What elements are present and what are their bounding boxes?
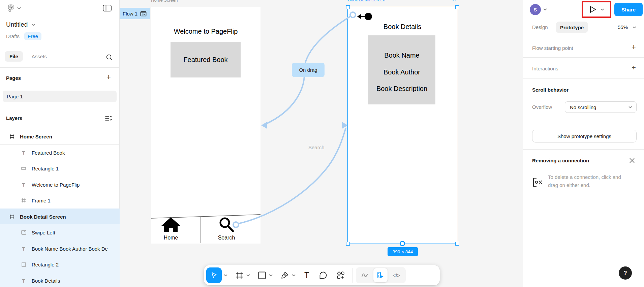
code-icon[interactable]: </> [451, 0, 457, 2]
left-sidebar: Untitled Drafts Free File Assets Pages +… [0, 0, 120, 287]
layer-row[interactable]: T Welcome to PageFlip [0, 177, 120, 193]
frame-icon [236, 272, 243, 279]
move-tool-button[interactable] [206, 267, 222, 283]
delete-connection-icon [532, 177, 543, 188]
book-info-box[interactable]: Book Name Book Author Book Description [368, 35, 435, 104]
selection-bottom-handle[interactable] [400, 241, 405, 246]
chevron-down-icon[interactable] [17, 7, 21, 9]
close-icon[interactable] [629, 158, 635, 163]
connection-trigger-badge[interactable]: On drag [292, 63, 325, 77]
pen-tool-button[interactable] [281, 271, 289, 279]
toolbar: T [204, 265, 440, 285]
tab-design[interactable]: Design [532, 24, 548, 30]
pen-icon [281, 271, 289, 279]
layer-row[interactable]: Home Screen [0, 128, 120, 145]
selection-handle[interactable] [346, 242, 350, 246]
selection-handle[interactable] [455, 5, 459, 9]
layer-label: Swipe Left [32, 230, 55, 235]
dev-mode-button[interactable]: </> [390, 273, 403, 278]
frame-icon [8, 214, 15, 219]
add-page-button[interactable]: + [106, 73, 111, 81]
frame-tool-button[interactable] [236, 272, 243, 279]
search-icon[interactable] [106, 54, 113, 61]
tab-prototype[interactable]: Prototype [556, 22, 588, 33]
chevron-down-icon[interactable] [543, 8, 547, 11]
swipe-left-icon [357, 11, 373, 22]
scribble-icon [361, 272, 369, 278]
image-icon [20, 230, 27, 235]
tab-file[interactable]: File [5, 51, 23, 62]
add-interaction-button[interactable]: + [632, 64, 636, 71]
layer-row[interactable]: Frame 1 [0, 192, 120, 209]
figma-app: Home Screen Book Detail Screen </> Welco… [0, 0, 644, 287]
chevron-down-icon[interactable] [292, 274, 296, 277]
interactions-label: Interactions [532, 66, 558, 71]
layers-header: Layers [6, 115, 22, 121]
home-frame-label[interactable]: Home Screen [151, 0, 178, 3]
layer-label: Book Details [32, 278, 60, 284]
detail-frame-label-row[interactable]: Book Detail Screen </> [348, 0, 457, 2]
show-prototype-settings-button[interactable]: Show prototype settings [532, 130, 637, 142]
selection-handle[interactable] [455, 242, 459, 246]
featured-book-box[interactable]: Featured Book [171, 42, 241, 77]
chevron-down-icon[interactable] [246, 274, 250, 277]
layer-row[interactable]: Swipe Left [0, 224, 120, 241]
chevron-down-icon[interactable] [633, 26, 636, 29]
layer-label: Book Detail Screen [20, 214, 66, 220]
frame-icon [20, 198, 27, 203]
layers-options-icon[interactable] [105, 116, 112, 121]
flow-badge[interactable]: Flow 1 [120, 8, 150, 19]
draw-mode-button[interactable] [359, 272, 371, 278]
home-screen-frame[interactable]: Welcome to PageFlip Featured Book [151, 7, 260, 244]
mode-toggle-group: </> [356, 267, 406, 283]
share-button[interactable]: Share [614, 3, 643, 16]
text-icon: T [20, 182, 27, 188]
canvas[interactable]: Home Screen Book Detail Screen </> Welco… [120, 0, 523, 287]
page-item[interactable]: Page 1 [3, 91, 117, 102]
chevron-down-icon[interactable] [224, 274, 227, 277]
text-icon: T [20, 150, 27, 156]
selection-handle[interactable] [346, 5, 350, 9]
layer-row[interactable]: T Featured Book [0, 145, 120, 161]
nav-home-label: Home [164, 235, 178, 241]
flow-play-icon [140, 11, 147, 17]
help-button[interactable]: ? [619, 266, 632, 280]
chevron-down-icon[interactable] [601, 8, 604, 11]
layer-row[interactable]: T Book Name Book Author Book De [0, 241, 120, 257]
layer-row[interactable]: Rectangle 2 [0, 256, 120, 273]
layer-label: Frame 1 [32, 198, 51, 203]
add-flow-starting-point-button[interactable]: + [632, 43, 636, 51]
layer-label: Featured Book [32, 150, 65, 156]
actions-tool-button[interactable] [337, 271, 345, 279]
scroll-behavior-header: Scroll behavior [532, 87, 569, 93]
file-title[interactable]: Untitled [6, 21, 28, 28]
book-detail-frame[interactable]: Book Details Book Name Book Author Book … [348, 7, 457, 244]
figma-logo-icon[interactable] [7, 4, 14, 12]
text-tool-button[interactable]: T [304, 271, 309, 280]
shape-tool-button[interactable] [258, 272, 266, 279]
comment-tool-button[interactable] [319, 271, 327, 279]
tab-assets[interactable]: Assets [32, 54, 47, 59]
detail-heading[interactable]: Book Details [384, 23, 421, 31]
home-heading[interactable]: Welcome to PageFlip [174, 28, 238, 35]
zoom-level[interactable]: 55% [618, 24, 628, 30]
avatar[interactable]: S [530, 4, 541, 15]
rectangle-icon [20, 262, 27, 267]
inspect-mode-button[interactable] [373, 268, 388, 282]
plan-badge: Free [24, 32, 41, 40]
breadcrumb[interactable]: Drafts [6, 33, 20, 39]
chevron-down-icon[interactable] [269, 274, 273, 277]
layer-label: Rectangle 2 [32, 262, 59, 267]
detail-frame-label[interactable]: Book Detail Screen [348, 0, 385, 2]
layer-label: Welcome to PageFlip [32, 182, 80, 188]
chevron-down-icon[interactable] [32, 24, 35, 26]
rectangle-icon [258, 272, 266, 279]
overflow-dropdown[interactable]: No scrolling [565, 101, 637, 113]
right-sidebar: S Share Design Prototype 55% Flow starti… [523, 0, 644, 287]
present-play-icon[interactable] [589, 5, 596, 13]
layer-row[interactable]: T Book Details [0, 273, 120, 287]
layer-row-selected[interactable]: Book Detail Screen [0, 209, 120, 225]
toggle-sidebar-icon[interactable] [103, 5, 112, 11]
layer-row[interactable]: Rectangle 1 [0, 160, 120, 177]
text-icon: T [20, 278, 27, 284]
